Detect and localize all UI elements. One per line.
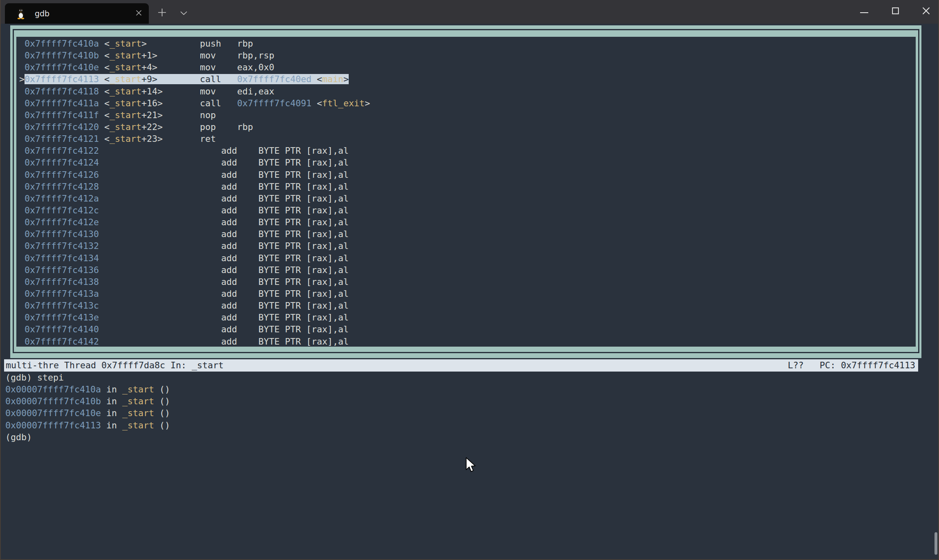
tab-dropdown-button[interactable] bbox=[174, 4, 193, 22]
asm-line: 0x7ffff7fc4121 <_start+23> ret bbox=[19, 133, 370, 145]
window-edge-left bbox=[0, 0, 1, 560]
status-line-indicator: L?? bbox=[788, 360, 804, 370]
asm-line: 0x7ffff7fc4122 add BYTE PTR [rax],al bbox=[19, 145, 370, 157]
asm-line: 0x7ffff7fc413e add BYTE PTR [rax],al bbox=[19, 311, 370, 323]
asm-line: 0x7ffff7fc4130 add BYTE PTR [rax],al bbox=[19, 228, 370, 240]
asm-disassembly-window: 0x7ffff7fc410a <_start> push rbp 0x7ffff… bbox=[16, 37, 916, 347]
scrollbar-thumb[interactable] bbox=[935, 532, 937, 555]
asm-line: 0x7ffff7fc4124 add BYTE PTR [rax],al bbox=[19, 157, 370, 168]
asm-line: 0x7ffff7fc4140 add BYTE PTR [rax],al bbox=[19, 323, 370, 335]
asm-line: 0x7ffff7fc410a <_start> push rbp bbox=[19, 38, 370, 49]
asm-line: 0x7ffff7fc411f <_start+21> nop bbox=[19, 109, 370, 121]
console-line: (gdb) bbox=[5, 431, 170, 443]
console-line: (gdb) stepi bbox=[5, 372, 170, 383]
current-pc-highlight: 0x7ffff7fc4113 <_start+9> call 0x7ffff7f… bbox=[25, 74, 349, 84]
asm-line: 0x7ffff7fc4126 add BYTE PTR [rax],al bbox=[19, 169, 370, 181]
minimize-icon bbox=[860, 9, 868, 15]
asm-line: 0x7ffff7fc4142 add BYTE PTR [rax],al bbox=[19, 336, 370, 347]
plus-icon bbox=[158, 8, 166, 18]
asm-line: 0x7ffff7fc410b <_start+1> mov rbp,rsp bbox=[19, 49, 370, 61]
new-tab-button[interactable] bbox=[153, 4, 171, 22]
asm-line: 0x7ffff7fc411a <_start+16> call 0x7ffff7… bbox=[19, 97, 370, 109]
asm-line: 0x7ffff7fc412e add BYTE PTR [rax],al bbox=[19, 216, 370, 228]
tui-asm-window-frame: 0x7ffff7fc410a <_start> push rbp 0x7ffff… bbox=[10, 25, 921, 358]
console-line: 0x00007ffff7fc410a in _start () bbox=[5, 383, 170, 395]
maximize-button[interactable] bbox=[882, 0, 908, 23]
asm-line: 0x7ffff7fc413c add BYTE PTR [rax],al bbox=[19, 300, 370, 311]
status-thread-info: multi-thre Thread 0x7ffff7da8c In: _star… bbox=[6, 359, 224, 372]
asm-line: 0x7ffff7fc4134 add BYTE PTR [rax],al bbox=[19, 252, 370, 264]
tab-close-button[interactable] bbox=[132, 7, 145, 20]
asm-line: 0x7ffff7fc4136 add BYTE PTR [rax],al bbox=[19, 264, 370, 276]
terminal-content-area[interactable]: 0x7ffff7fc410a <_start> push rbp 0x7ffff… bbox=[0, 24, 939, 560]
console-line: 0x00007ffff7fc410e in _start () bbox=[5, 407, 170, 419]
gdb-console: (gdb) stepi0x00007ffff7fc410a in _start … bbox=[5, 372, 170, 443]
gdb-status-bar: multi-thre Thread 0x7ffff7da8c In: _star… bbox=[4, 359, 918, 372]
tux-penguin-icon bbox=[16, 8, 26, 19]
mouse-cursor bbox=[465, 457, 477, 475]
asm-line: >0x7ffff7fc4113 <_start+9> call 0x7ffff7… bbox=[19, 73, 370, 85]
tab-gdb[interactable]: gdb bbox=[5, 3, 149, 24]
maximize-icon bbox=[892, 7, 899, 16]
asm-line: 0x7ffff7fc4118 <_start+14> mov edi,eax bbox=[19, 85, 370, 97]
minimize-button[interactable] bbox=[851, 0, 877, 23]
console-line: 0x00007ffff7fc4113 in _start () bbox=[5, 419, 170, 431]
asm-line: 0x7ffff7fc412c add BYTE PTR [rax],al bbox=[19, 204, 370, 216]
console-line: 0x00007ffff7fc410b in _start () bbox=[5, 395, 170, 407]
asm-lines: 0x7ffff7fc410a <_start> push rbp 0x7ffff… bbox=[19, 38, 370, 347]
titlebar: gdb bbox=[0, 0, 939, 24]
asm-line: 0x7ffff7fc4128 add BYTE PTR [rax],al bbox=[19, 181, 370, 193]
close-button[interactable] bbox=[913, 0, 939, 23]
status-right: L??PC: 0x7ffff7fc4113 bbox=[788, 359, 915, 372]
status-pc: PC: 0x7ffff7fc4113 bbox=[820, 360, 915, 370]
asm-line: 0x7ffff7fc4120 <_start+22> pop rbp bbox=[19, 121, 370, 133]
asm-line: 0x7ffff7fc412a add BYTE PTR [rax],al bbox=[19, 193, 370, 204]
asm-line: 0x7ffff7fc413a add BYTE PTR [rax],al bbox=[19, 288, 370, 300]
tab-title: gdb bbox=[35, 9, 49, 18]
chevron-down-icon bbox=[180, 10, 187, 16]
asm-line: 0x7ffff7fc410e <_start+4> mov eax,0x0 bbox=[19, 61, 370, 73]
asm-line: 0x7ffff7fc4138 add BYTE PTR [rax],al bbox=[19, 276, 370, 288]
x-icon bbox=[922, 7, 930, 16]
asm-line: 0x7ffff7fc4132 add BYTE PTR [rax],al bbox=[19, 240, 370, 252]
x-icon bbox=[136, 10, 142, 17]
